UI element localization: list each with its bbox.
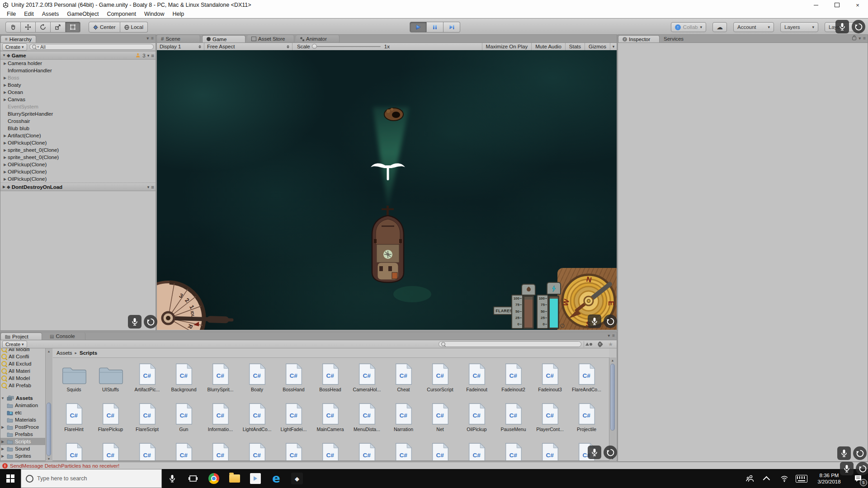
expander-icon[interactable]: ▶ [0, 425, 5, 429]
expander-icon[interactable]: ▶ [2, 98, 8, 102]
project-folder-scripts[interactable]: ▶Scripts [0, 438, 45, 445]
project-folder-postproce[interactable]: ▶PostProce [0, 423, 45, 431]
expander-icon[interactable]: ▶ [2, 134, 8, 138]
hierarchy-item[interactable]: ▶OilPickup(Clone) [0, 161, 156, 168]
hierarchy-item[interactable]: ▶Camera holder [0, 60, 156, 67]
breadcrumb-root[interactable]: Assets [57, 350, 72, 356]
search-by-label-icon[interactable] [597, 341, 603, 347]
project-asset-script[interactable]: C#Narration [385, 400, 422, 439]
overlay-record-loop-button[interactable] [604, 446, 617, 459]
hierarchy-item[interactable]: ▶Boaty [0, 81, 156, 89]
start-button[interactable] [0, 469, 21, 488]
favorite-filter[interactable]: All Model [0, 375, 45, 382]
project-asset-script[interactable]: C#PauseMenu [495, 400, 532, 439]
project-asset-script[interactable]: C#LightFadei... [275, 400, 312, 439]
tab-animator[interactable]: Animator [296, 35, 340, 42]
overlay-mic-button[interactable] [837, 446, 851, 460]
overlay-mic-button[interactable] [128, 315, 142, 328]
project-asset-script[interactable]: C#ArtifactPic... [129, 360, 165, 399]
project-asset-script[interactable]: C#Cheat [385, 360, 422, 399]
expander-icon[interactable]: ▶ [2, 155, 8, 160]
pivot-center-button[interactable]: Center [89, 22, 120, 33]
expander-icon[interactable]: ▶ [0, 440, 5, 444]
people-button[interactable] [741, 469, 759, 488]
project-asset-script[interactable]: C#BossHand [275, 360, 312, 399]
project-asset-script[interactable]: C#Informatio... [202, 400, 239, 439]
assets-root-row[interactable]: ▼ Assets [0, 394, 45, 402]
expander-icon[interactable]: ▶ [2, 148, 8, 152]
panel-caret-icon[interactable]: ▾ [859, 36, 861, 41]
network-button[interactable] [776, 469, 793, 488]
cloud-button[interactable]: ☁ [712, 22, 727, 32]
project-asset-script[interactable]: C#Net [422, 400, 458, 439]
expander-icon[interactable]: ▶ [2, 61, 8, 66]
layers-dropdown[interactable]: Layers ▾ [780, 22, 818, 32]
close-button[interactable]: × [847, 0, 868, 10]
overlay-mic-button[interactable] [835, 20, 849, 33]
chrome-taskbar-button[interactable] [203, 469, 224, 488]
tab-inspector[interactable]: i Inspector [618, 35, 660, 42]
minimize-button[interactable] [806, 0, 826, 10]
project-search-input[interactable] [439, 341, 581, 347]
overlay-mic-button[interactable] [588, 314, 601, 328]
game-option-maximize-on-play[interactable]: Maximize On Play [482, 43, 532, 51]
panel-caret-icon[interactable]: ▾ [146, 36, 149, 41]
hand-tool-button[interactable] [5, 22, 21, 33]
menu-file[interactable]: File [3, 11, 20, 17]
lock-icon[interactable] [852, 37, 856, 40]
scroll-up-icon[interactable]: ▲ [609, 357, 616, 363]
project-asset-folder[interactable]: Squids [56, 360, 92, 399]
maximize-button[interactable] [826, 0, 847, 10]
tab-project[interactable]: Project [0, 333, 42, 340]
scale-slider[interactable] [313, 46, 381, 47]
hierarchy-item[interactable]: ▶sprite_sheet_0(Clone) [0, 146, 156, 154]
overlay-mic-button[interactable] [588, 446, 601, 459]
project-folder-etc[interactable]: etc [0, 409, 45, 416]
project-asset-script[interactable]: C# [458, 440, 495, 460]
project-asset-script[interactable]: C#CursorScript [422, 360, 458, 399]
scale-slider-knob[interactable] [312, 44, 317, 49]
project-asset-folder[interactable]: UIStuffs [92, 360, 129, 399]
menu-gameobject[interactable]: GameObject [63, 11, 103, 17]
expander-icon[interactable]: ▶ [0, 447, 5, 451]
tab-asset-store[interactable]: Asset Store [247, 35, 294, 42]
overlay-mic-button[interactable] [840, 462, 854, 475]
project-asset-script[interactable]: C#BlurrySprit... [202, 360, 239, 399]
project-asset-script[interactable]: C# [532, 440, 568, 460]
pause-button[interactable] [427, 22, 443, 33]
project-asset-script[interactable]: C# [165, 440, 202, 460]
tab-hierarchy[interactable]: ≡ Hierarchy [0, 35, 36, 42]
project-asset-script[interactable]: C#Boaty [239, 360, 275, 399]
sidebar-scrollbar[interactable]: ▲ ▼ [45, 348, 52, 461]
panel-menu-icon[interactable]: ≡ [612, 333, 615, 338]
project-asset-script[interactable]: C#Projectile [568, 400, 605, 439]
taskbar-search-input[interactable]: Type here to search [21, 469, 162, 488]
tab-game[interactable]: Game [202, 35, 245, 42]
search-by-type-icon[interactable] [584, 341, 594, 347]
scene-menu-icon[interactable]: ≡ [151, 184, 154, 190]
rotate-tool-button[interactable] [36, 22, 51, 33]
project-asset-script[interactable]: C#FlareHint [56, 400, 92, 439]
project-folder-prefabs[interactable]: Prefabs [0, 431, 45, 438]
game-viewport[interactable]: 3 2 1 IDLE R FLARES [157, 50, 617, 330]
scroll-down-icon[interactable]: ▼ [46, 456, 52, 461]
file-explorer-button[interactable] [224, 469, 245, 488]
grid-scrollbar-thumb[interactable] [610, 364, 615, 431]
project-asset-script[interactable]: C# [56, 440, 92, 460]
space-local-button[interactable]: Local [120, 22, 148, 33]
project-asset-script[interactable]: C#Fadeinout3 [532, 360, 568, 399]
project-asset-script[interactable]: C#Fadeinout [458, 360, 495, 399]
hierarchy-item[interactable]: ▶Boss [0, 74, 156, 81]
favorite-filter[interactable]: All Prefab [0, 382, 45, 389]
project-asset-script[interactable]: C# [349, 440, 385, 460]
project-asset-script[interactable]: C#FlareAndCo... [568, 360, 605, 399]
favorite-filter[interactable]: All Exclud [0, 360, 45, 367]
task-view-button[interactable] [183, 469, 203, 488]
hierarchy-item[interactable]: Crosshair [0, 117, 156, 125]
hierarchy-item[interactable]: ▶OilPickup(Clone) [0, 168, 156, 175]
project-asset-script[interactable]: C#LightAndCo... [239, 400, 275, 439]
project-asset-script[interactable]: C#MainCamera [312, 400, 349, 439]
chevron-down-icon[interactable]: ▾ [147, 53, 150, 58]
expander-icon[interactable]: ▶ [1, 185, 7, 189]
edge-taskbar-button[interactable]: e [266, 469, 287, 488]
